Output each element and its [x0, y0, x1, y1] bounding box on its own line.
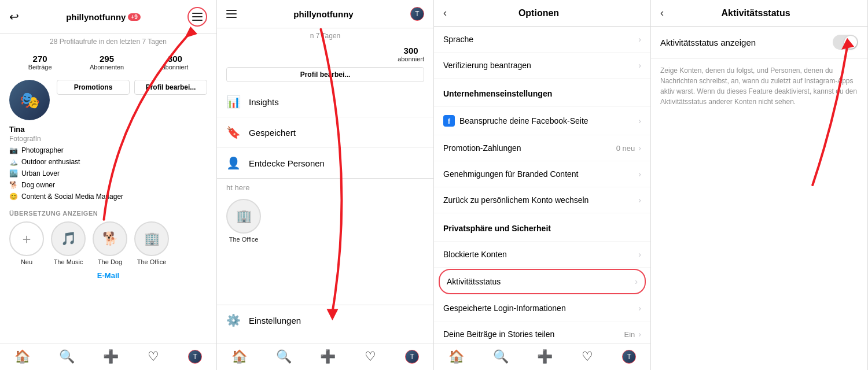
email-link[interactable]: E-Mail [0, 268, 216, 283]
profile-views-text: 28 Profilaufrufe in den letzten 7 Tagen [0, 34, 216, 49]
hamburger-icon [192, 13, 203, 21]
back-icon-4[interactable]: ‹ [660, 7, 664, 19]
activity-title: Aktivitätsstatus [673, 8, 838, 18]
profile-subtitle: FotografIn [0, 135, 216, 145]
profile-main-section: 🎭 Promotions Profil bearbei... [0, 75, 216, 125]
nav-profile[interactable]: T [188, 350, 202, 364]
nav-home[interactable]: 🏠 [14, 349, 30, 364]
options-header: ‹ Optionen [434, 0, 650, 27]
bio-line-5: 😊Content & Social Media Manager [9, 191, 207, 202]
nav-heart[interactable]: ♡ [148, 349, 159, 364]
back-icon-3[interactable]: ‹ [443, 7, 447, 19]
nav-search[interactable]: 🔍 [59, 349, 75, 364]
promotions-button[interactable]: Promotions [57, 80, 130, 95]
edit-profile-button[interactable]: Profil bearbei... [134, 80, 207, 95]
stat-posts: 270 Beiträge [28, 54, 52, 71]
highlight-new-circle: ＋ [9, 221, 44, 256]
section-unternehmens: Unternehmenseinstellungen [434, 79, 650, 107]
nav-profile-2[interactable]: T [410, 7, 424, 21]
stat-following-2: 300 abonniert [398, 46, 424, 62]
settings-icon: ⚙️ [226, 313, 241, 327]
toggle-knob [844, 36, 857, 49]
highlights-row: ＋ Neu 🎵 The Music 🐕 The Dog 🏢 The Office [0, 219, 216, 268]
chevron-icon-4: › [638, 143, 641, 153]
nav-add-3[interactable]: ➕ [537, 349, 553, 364]
panel-profile: ↩ phillynotfunny +9 28 Profilaufrufe in … [0, 0, 217, 370]
bio-line-4: 🐕Dog owner [9, 180, 207, 190]
profile-views-2: n 7 Tagen [217, 28, 433, 43]
bio-line-3: 🏙️Urban Lover [9, 168, 207, 179]
profile-name: Tina [0, 125, 216, 135]
bio-line-1: 📷Photographer [9, 145, 207, 156]
profile-username: phillynotfunny +9 [66, 12, 141, 22]
option-aktivitaetsstatus[interactable]: Aktivitätsstatus › [439, 269, 646, 294]
toggle-label: Aktivitätsstatus anzeigen [660, 38, 756, 47]
nav-search-2[interactable]: 🔍 [276, 349, 292, 364]
highlight-office[interactable]: 🏢 The Office [134, 221, 169, 265]
menu-username: phillynotfunny [293, 9, 353, 19]
bottom-nav-2: 🏠 🔍 ➕ ♡ T [217, 343, 433, 370]
hamburger-icon-2[interactable] [226, 10, 237, 18]
highlight-new[interactable]: ＋ Neu [9, 221, 44, 265]
options-list: Sprache › Verifizierung beantragen › Unt… [434, 27, 650, 343]
nav-profile-3[interactable]: T [405, 350, 419, 364]
nav-heart-3[interactable]: ♡ [582, 349, 593, 364]
panel-menu: phillynotfunny T n 7 Tagen 300 abonniert… [217, 0, 434, 370]
option-promotion-zahlungen[interactable]: Promotion-Zahlungen 0 neu › [434, 135, 650, 161]
menu-header: phillynotfunny T [217, 0, 433, 28]
dropdown-menu: 📊 Insights 🔖 Gespeichert 👤 Entdecke Pers… [217, 87, 433, 179]
nav-heart-2[interactable]: ♡ [365, 349, 376, 364]
bottom-nav-1: 🏠 🔍 ➕ ♡ T [0, 343, 216, 370]
profile-stats: 270 Beiträge 295 Abonnenten 300 abonnier… [0, 49, 216, 75]
option-zurueck[interactable]: Zurück zu persönlichem Konto wechseln › [434, 187, 650, 213]
bio-line-2: 🏔️Outdoor enthusiast [9, 157, 207, 167]
stats-partial: 300 abonniert [217, 43, 433, 65]
option-blockierte[interactable]: Blockierte Konten › [434, 242, 650, 268]
option-stories[interactable]: Deine Beiträge in Stories teilen Ein › [434, 321, 650, 343]
highlight-dog[interactable]: 🐕 The Dog [93, 221, 127, 265]
section-privatsphaere: Privatsphäre und Sicherheit [434, 213, 650, 242]
menu-insights[interactable]: 📊 Insights [217, 87, 433, 117]
activity-toggle[interactable] [833, 35, 858, 50]
nav-profile-4[interactable]: T [622, 350, 636, 364]
bottom-nav-3: 🏠 🔍 ➕ ♡ T [434, 343, 650, 370]
options-title: Optionen [456, 8, 621, 18]
back-icon[interactable]: ↩ [9, 10, 19, 24]
option-facebook[interactable]: f Beanspruche deine Facebook-Seite › [434, 107, 650, 135]
nav-home-2[interactable]: 🏠 [231, 349, 247, 364]
menu-saved[interactable]: 🔖 Gespeichert [217, 117, 433, 148]
menu-button[interactable] [187, 7, 207, 27]
profile-bio: 📷Photographer 🏔️Outdoor enthusiast 🏙️Urb… [0, 145, 216, 205]
chevron-icon-3: › [638, 116, 641, 125]
highlight-office-2[interactable]: 🏢 The Office [226, 199, 261, 243]
avatar: 🎭 [9, 80, 50, 120]
option-branded-content[interactable]: Genehmigungen für Branded Content › [434, 161, 650, 187]
activity-description: Zeige Konten, denen du folgst, und Perso… [651, 58, 867, 114]
edit-profile-button-2[interactable]: Profil bearbei... [226, 67, 424, 82]
nav-search-3[interactable]: 🔍 [493, 349, 509, 364]
insights-icon: 📊 [226, 95, 241, 109]
highlight-office-circle-2: 🏢 [226, 199, 261, 234]
notification-badge: +9 [128, 13, 140, 21]
saved-icon: 🔖 [226, 125, 241, 139]
highlight-music[interactable]: 🎵 The Music [51, 221, 86, 265]
option-sprache[interactable]: Sprache › [434, 27, 650, 53]
highlights-row-2: 🏢 The Office [217, 197, 433, 245]
option-login[interactable]: Gespeicherte Login-Informationen › [434, 295, 650, 321]
option-verifizierung[interactable]: Verifizierung beantragen › [434, 53, 650, 79]
chevron-icon-2: › [638, 61, 641, 70]
menu-discover[interactable]: 👤 Entdecke Personen [217, 148, 433, 178]
chevron-icon: › [638, 35, 641, 44]
nav-add-2[interactable]: ➕ [320, 349, 336, 364]
stat-following: 300 abonniert [161, 54, 188, 71]
nav-home-3[interactable]: 🏠 [448, 349, 464, 364]
chevron-icon-8: › [635, 277, 638, 286]
stat-followers: 295 Abonnenten [90, 54, 124, 71]
settings-menu-item[interactable]: ⚙️ Einstellungen [217, 305, 433, 335]
panel-options: ‹ Optionen Sprache › Verifizierung beant… [434, 0, 651, 370]
highlight-dog-circle: 🐕 [93, 221, 127, 256]
chevron-icon-5: › [638, 169, 641, 179]
translation-label: ÜBERSETZUNG ANZEIGEN [0, 205, 216, 219]
nav-add[interactable]: ➕ [103, 349, 119, 364]
chevron-icon-6: › [638, 195, 641, 205]
